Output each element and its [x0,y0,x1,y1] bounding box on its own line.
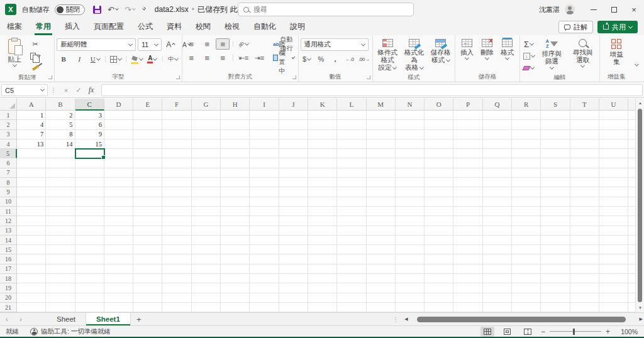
cell-N13[interactable] [396,226,425,236]
cell-L5[interactable] [337,149,366,158]
cell-U4[interactable] [599,139,628,149]
column-header-Q[interactable]: Q [483,99,512,111]
cell-I4[interactable] [250,139,279,149]
row-header-12[interactable]: 12 [0,216,17,226]
clear-button[interactable] [522,62,536,74]
cell-S4[interactable] [541,139,570,149]
cell-S8[interactable] [541,178,570,187]
column-header-V[interactable]: V [628,99,635,111]
cell-F21[interactable] [162,303,191,312]
cell-U21[interactable] [599,303,628,312]
cell-F7[interactable] [162,168,191,178]
cell-Q11[interactable] [483,207,512,216]
cell-J6[interactable] [279,158,308,168]
vertical-scrollbar[interactable]: ▲ ▼ [635,99,644,312]
cell-P14[interactable] [453,236,482,245]
cell-C5[interactable] [75,149,104,158]
cell-A5[interactable] [17,149,46,158]
cell-C1[interactable]: 3 [75,111,104,120]
cell-E10[interactable] [133,197,162,207]
cell-S20[interactable] [541,293,570,303]
cell-H14[interactable] [221,236,250,245]
cell-C7[interactable] [75,168,104,178]
cell-O16[interactable] [425,254,453,264]
cell-P3[interactable] [453,130,482,139]
delete-cells-button[interactable]: 刪除 [477,37,496,62]
cell-R20[interactable] [512,293,541,303]
cell-H12[interactable] [221,216,250,226]
horizontal-scroll-thumb[interactable] [417,317,626,322]
cell-B19[interactable] [46,283,75,293]
cell-S19[interactable] [541,283,570,293]
cell-C8[interactable] [75,178,104,187]
cell-G16[interactable] [192,254,221,264]
cell-E21[interactable] [133,303,162,312]
column-header-K[interactable]: K [308,99,337,111]
cell-P16[interactable] [453,254,482,264]
cell-Q2[interactable] [483,120,512,129]
cell-M1[interactable] [367,111,396,120]
cell-L1[interactable] [337,111,366,120]
cell-U9[interactable] [599,187,628,197]
cell-D7[interactable] [104,168,133,178]
cell-U6[interactable] [599,158,628,168]
ribbon-tab-10[interactable]: 說明 [283,19,312,36]
orientation-button[interactable]: ab [236,38,250,50]
column-header-M[interactable]: M [367,99,396,111]
cell-O7[interactable] [425,168,453,178]
cell-K18[interactable] [308,274,337,283]
cell-E1[interactable] [133,111,162,120]
cell-T5[interactable] [570,149,599,158]
cell-L4[interactable] [337,139,366,149]
cell-K13[interactable] [308,226,337,236]
cell-B18[interactable] [46,274,75,283]
paste-button[interactable]: 貼上 [2,37,27,69]
cell-A19[interactable] [17,283,46,293]
cell-P1[interactable] [453,111,482,120]
cell-P20[interactable] [453,293,482,303]
cell-O17[interactable] [425,264,453,274]
hscroll-left-icon[interactable]: ◀ [404,317,408,322]
cell-H7[interactable] [221,168,250,178]
ribbon-tab-7[interactable]: 校閱 [189,19,218,36]
cell-S13[interactable] [541,226,570,236]
column-header-L[interactable]: L [337,99,366,111]
cell-L17[interactable] [337,264,366,274]
cell-L13[interactable] [337,226,366,236]
cell-P21[interactable] [453,303,482,312]
cell-M17[interactable] [367,264,396,274]
cell-F19[interactable] [162,283,191,293]
cell-H4[interactable] [221,139,250,149]
cell-D2[interactable] [104,120,133,129]
cell-P10[interactable] [453,197,482,207]
cell-G17[interactable] [192,264,221,274]
cell-H20[interactable] [221,293,250,303]
cell-I1[interactable] [250,111,279,120]
cell-P7[interactable] [453,168,482,178]
cell-R15[interactable] [512,245,541,254]
cell-G10[interactable] [192,197,221,207]
cell-I21[interactable] [250,303,279,312]
redo-button[interactable]: ↷ [121,3,138,16]
cell-H18[interactable] [221,274,250,283]
cell-N6[interactable] [396,158,425,168]
cell-F5[interactable] [162,149,191,158]
cell-O14[interactable] [425,236,453,245]
cell-F14[interactable] [162,236,191,245]
cell-O8[interactable] [425,178,453,187]
cell-F18[interactable] [162,274,191,283]
cell-B6[interactable] [46,158,75,168]
column-header-I[interactable]: I [250,99,279,111]
column-header-N[interactable]: N [396,99,425,111]
cell-S5[interactable] [541,149,570,158]
cell-O9[interactable] [425,187,453,197]
cell-U19[interactable] [599,283,628,293]
cell-B14[interactable] [46,236,75,245]
cell-C15[interactable] [75,245,104,254]
cell-R21[interactable] [512,303,541,312]
cell-I20[interactable] [250,293,279,303]
cell-M19[interactable] [367,283,396,293]
phonetic-button[interactable]: 中 [166,53,180,65]
cell-R8[interactable] [512,178,541,187]
cell-E19[interactable] [133,283,162,293]
